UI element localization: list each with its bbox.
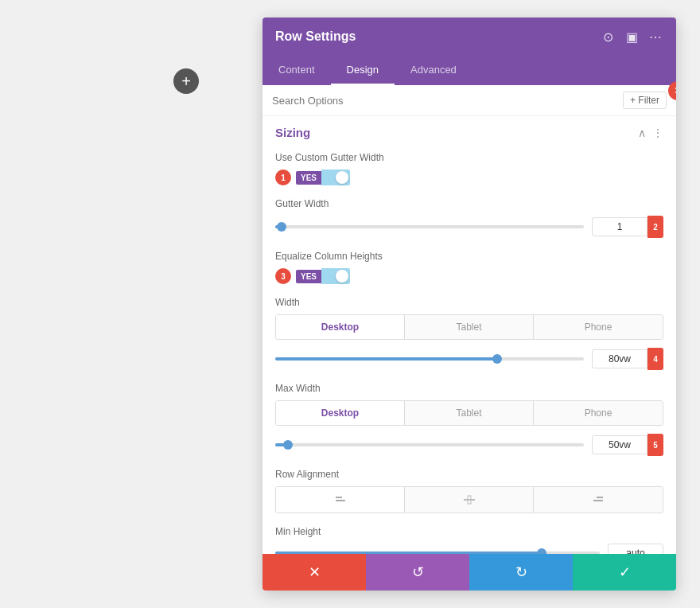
width-value-box: 4 <box>592 348 663 370</box>
alignment-tabs <box>275 486 663 513</box>
max-width-device-tabs: Desktop Tablet Phone <box>275 400 663 426</box>
svg-rect-0 <box>336 497 342 498</box>
width-slider-row: 4 <box>275 348 663 370</box>
filter-button[interactable]: + Filter <box>623 92 667 109</box>
badge-3: 3 <box>275 268 291 284</box>
min-height-thumb[interactable] <box>537 548 546 554</box>
align-left-icon <box>334 493 347 506</box>
equalize-heights-label: Equalize Column Heights <box>275 251 663 262</box>
header-icons: ⊙ ▣ ⋯ <box>600 29 663 45</box>
section-more-icon[interactable]: ⋮ <box>652 127 663 139</box>
equalize-heights-setting: Equalize Column Heights 3 YES <box>262 244 676 290</box>
custom-gutter-label: Use Custom Gutter Width <box>275 152 663 163</box>
toggle-knob <box>336 171 348 184</box>
toggle-yes-label-2: YES <box>296 270 321 283</box>
custom-gutter-toggle-container: 1 YES <box>275 170 663 185</box>
align-center-tab[interactable] <box>405 487 534 513</box>
align-right-icon <box>592 493 605 506</box>
row-settings-panel: Row Settings ⊙ ▣ ⋯ Content Design Advanc… <box>262 18 676 590</box>
width-input[interactable] <box>592 349 648 368</box>
max-width-desktop-tab[interactable]: Desktop <box>276 401 405 425</box>
width-label: Width <box>275 297 663 308</box>
toggle-knob-2 <box>336 270 348 283</box>
collapse-icon[interactable]: ∧ <box>638 127 646 139</box>
width-phone-tab[interactable]: Phone <box>534 315 663 339</box>
svg-rect-2 <box>464 499 475 501</box>
min-height-setting: Min Height <box>262 520 676 554</box>
plus-icon: + <box>181 72 191 91</box>
panel-content: Sizing ∧ ⋮ Use Custom Gutter Width 1 YES… <box>262 116 676 554</box>
max-width-label: Max Width <box>275 383 663 394</box>
sizing-title: Sizing <box>275 126 310 139</box>
gutter-width-label: Gutter Width <box>275 198 663 209</box>
panel-footer: ✕ ↺ ↻ ✓ <box>262 554 676 590</box>
panel-header: Row Settings ⊙ ▣ ⋯ <box>262 18 676 56</box>
width-desktop-tab[interactable]: Desktop <box>276 315 405 339</box>
gutter-width-track[interactable] <box>275 225 584 228</box>
cancel-button[interactable]: ✕ <box>262 554 366 590</box>
gutter-width-thumb[interactable] <box>277 222 286 232</box>
max-width-input[interactable] <box>592 435 648 454</box>
settings-icon[interactable]: ⊙ <box>600 29 616 45</box>
row-alignment-setting: Row Alignment <box>262 462 676 520</box>
tab-advanced[interactable]: Advanced <box>395 56 472 85</box>
redo-button[interactable]: ↻ <box>469 554 573 590</box>
section-controls: ∧ ⋮ <box>638 127 663 139</box>
max-width-track[interactable] <box>275 443 584 446</box>
min-height-fill <box>275 551 542 554</box>
max-width-slider-row: 5 <box>275 434 663 456</box>
min-height-track[interactable] <box>275 551 600 554</box>
badge-5: 5 <box>648 434 663 456</box>
tab-design[interactable]: Design <box>331 56 395 85</box>
width-thumb[interactable] <box>492 354 502 364</box>
min-height-value-box <box>608 544 663 554</box>
gutter-width-value-box: 2 <box>592 216 663 238</box>
align-left-tab[interactable] <box>276 487 405 513</box>
custom-gutter-setting: Use Custom Gutter Width 1 YES <box>262 146 676 192</box>
reset-button[interactable]: ↺ <box>366 554 469 590</box>
min-height-label: Min Height <box>275 526 663 537</box>
equalize-heights-toggle-container: 3 YES <box>275 268 663 284</box>
align-center-icon <box>463 493 476 506</box>
add-section-button[interactable]: + <box>173 68 199 94</box>
align-right-tab[interactable] <box>534 487 663 513</box>
svg-rect-4 <box>597 497 603 498</box>
more-options-icon[interactable]: ⋯ <box>648 29 663 45</box>
search-input[interactable] <box>272 95 623 107</box>
svg-rect-5 <box>593 500 603 501</box>
save-button[interactable]: ✓ <box>573 554 676 590</box>
toggle-yes-label: YES <box>296 171 321 185</box>
panel-title: Row Settings <box>275 29 356 44</box>
tab-bar: Content Design Advanced <box>262 56 676 85</box>
badge-4: 4 <box>648 348 663 370</box>
sizing-section-header: Sizing ∧ ⋮ <box>262 116 676 146</box>
badge-2: 2 <box>648 216 663 238</box>
redo-icon: ↻ <box>515 563 527 581</box>
row-alignment-label: Row Alignment <box>275 469 663 480</box>
search-bar: + Filter <box>262 85 676 116</box>
min-height-input[interactable] <box>608 544 663 554</box>
gutter-width-setting: Gutter Width 2 <box>262 192 676 244</box>
max-width-phone-tab[interactable]: Phone <box>534 401 663 425</box>
width-track[interactable] <box>275 357 584 361</box>
tab-content[interactable]: Content <box>262 56 331 85</box>
gutter-width-slider-row: 2 <box>275 216 663 238</box>
badge-1: 1 <box>275 170 291 185</box>
reset-icon: ↺ <box>412 563 424 581</box>
width-tablet-tab[interactable]: Tablet <box>405 315 534 339</box>
max-width-tablet-tab[interactable]: Tablet <box>405 401 534 425</box>
width-setting: Width Desktop Tablet Phone 4 <box>262 290 676 376</box>
svg-rect-1 <box>336 500 345 501</box>
width-device-tabs: Desktop Tablet Phone <box>275 314 663 340</box>
custom-gutter-toggle[interactable] <box>321 170 350 185</box>
save-icon: ✓ <box>619 563 631 581</box>
min-height-slider-row <box>275 544 663 554</box>
cancel-icon: ✕ <box>309 563 321 581</box>
max-width-value-box: 5 <box>592 434 663 456</box>
max-width-thumb[interactable] <box>283 440 293 450</box>
layout-icon[interactable]: ▣ <box>624 29 640 45</box>
width-fill <box>275 357 497 361</box>
max-width-setting: Max Width Desktop Tablet Phone 5 <box>262 376 676 462</box>
gutter-width-input[interactable] <box>592 217 648 236</box>
equalize-heights-toggle[interactable] <box>321 268 350 284</box>
